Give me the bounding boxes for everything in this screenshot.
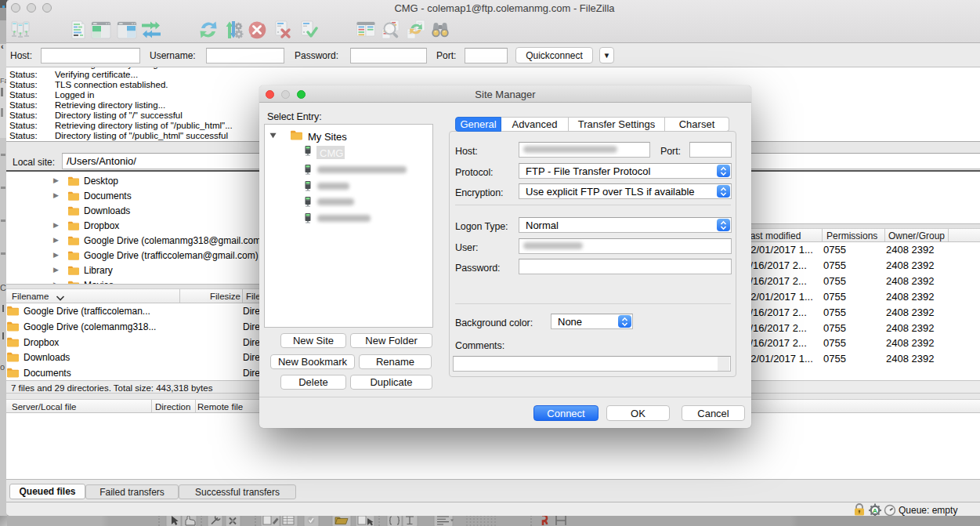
- svg-text:A: A: [873, 507, 877, 514]
